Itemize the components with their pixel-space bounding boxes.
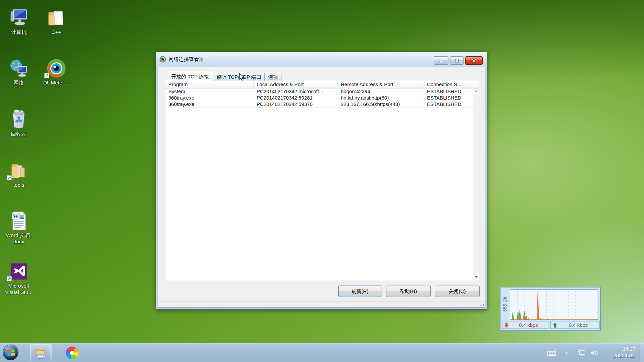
desktop: { "desktop": { "icons": [ { "name": "com…: [0, 0, 644, 362]
cell-remote: bogon:42394: [338, 88, 424, 95]
word-document-icon: W: [0, 208, 38, 231]
desktop-icon-tools[interactable]: ↗ tools: [0, 158, 38, 188]
cell-local: PC201402170342:59370: [254, 101, 338, 107]
windows-flag-icon: [6, 349, 15, 357]
icon-label: 网络: [14, 80, 24, 85]
icon-label: tools: [13, 182, 24, 188]
dumeter-eye-icon: ↗: [38, 56, 75, 78]
minimize-button[interactable]: [434, 56, 448, 65]
scroll-up-button[interactable]: [473, 88, 479, 94]
scale-label: 555.2K: [503, 296, 508, 312]
column-header-remote-address[interactable]: Remote Address & Port: [338, 81, 424, 88]
column-header-program[interactable]: Program: [165, 81, 254, 88]
icon-label: DUMeter....: [43, 80, 69, 85]
maximize-icon: [454, 58, 460, 63]
icon-label-line2: docx: [13, 239, 24, 244]
table-row[interactable]: System PC201402170342:microsoft... bogon…: [165, 88, 473, 95]
tab-listening-tcp-udp-ports[interactable]: 侦听 TCP/UDP 端口: [213, 73, 265, 81]
file-explorer-icon: [34, 347, 47, 359]
column-header-local-address[interactable]: Local Address & Port: [254, 81, 338, 88]
start-button[interactable]: [3, 345, 18, 360]
table-row[interactable]: 360tray.exe PC201402170342:59370 223.167…: [165, 101, 473, 108]
desktop-icon-network[interactable]: 网络: [0, 56, 38, 86]
desktop-icon-visual-studio[interactable]: ↗ Microsoft Visual Stu...: [0, 259, 38, 295]
folder-icon: ↗: [0, 158, 38, 180]
taskbar-clock[interactable]: 14:13 2020/6/11: [613, 346, 635, 359]
connections-list[interactable]: Program Local Address & Port Remote Addr…: [165, 81, 479, 280]
shortcut-arrow-icon: ↗: [7, 175, 12, 180]
tab-open-tcp-connections[interactable]: 开放的 TCP 连接: [167, 72, 213, 81]
folder-icon: [38, 5, 75, 27]
cell-state: ESTABLISHED: [424, 95, 467, 101]
window-client-area: 开放的 TCP 连接 侦听 TCP/UDP 端口 选项 Program Loca…: [158, 67, 485, 308]
upload-arrow-icon: [552, 322, 557, 328]
tab-options[interactable]: 选项: [265, 73, 281, 81]
network-icon: [0, 56, 38, 78]
network-tray-icon[interactable]: [576, 348, 586, 358]
column-header-filler: [467, 81, 479, 88]
chevron-up-icon: ▲: [565, 351, 569, 355]
icon-label-line1: Microsoft: [8, 283, 30, 289]
help-button[interactable]: 帮助(H): [386, 286, 431, 297]
upload-readout: 0.4 kbps: [550, 321, 600, 329]
desktop-icon-recycle-bin[interactable]: 回收站: [0, 107, 38, 137]
resize-grip[interactable]: [480, 302, 484, 306]
svg-text:W: W: [13, 213, 19, 220]
icon-label: C++: [51, 29, 61, 35]
desktop-icon-computer[interactable]: 计算机: [0, 5, 38, 35]
cell-state: ESTABLISHED: [424, 88, 467, 95]
taskbar: ▲ 14:13 2020/6/11: [0, 343, 644, 362]
clock-time: 14:13: [613, 346, 635, 352]
network-viewer-window[interactable]: 网络连接查看器 开放的 TCP 连接: [156, 52, 487, 310]
show-hidden-icons-button[interactable]: ▲: [561, 348, 572, 358]
scroll-down-button[interactable]: [473, 274, 479, 280]
list-header[interactable]: Program Local Address & Port Remote Addr…: [165, 81, 479, 88]
status-bar: [158, 301, 485, 307]
dumeter-graph: [510, 289, 598, 320]
window-titlebar[interactable]: 网络连接查看器: [156, 52, 487, 67]
download-arrow-icon: [504, 322, 509, 328]
cell-program: System: [165, 88, 254, 95]
cell-local: PC201402170342:microsoft...: [254, 88, 338, 95]
vertical-scrollbar[interactable]: [473, 88, 479, 280]
clock-date: 2020/6/11: [613, 352, 635, 359]
tab-strip: 开放的 TCP 连接 侦听 TCP/UDP 端口 选项: [167, 71, 281, 81]
cell-local: PC201402170342:59281: [254, 95, 338, 101]
close-dialog-button[interactable]: 关闭(C): [435, 286, 480, 297]
shortcut-arrow-icon: ↗: [7, 276, 12, 281]
icon-label: 回收站: [11, 131, 27, 137]
shortcut-arrow-icon: ↗: [44, 73, 49, 78]
triangle-up-icon: [475, 90, 478, 92]
app-eye-icon: [159, 56, 166, 63]
taskbar-explorer-button[interactable]: [30, 344, 51, 361]
computer-icon: [0, 5, 38, 27]
download-readout: 0.4 kbps: [502, 321, 548, 329]
upload-value: 0.4 kbps: [557, 322, 599, 328]
list-rows: System PC201402170342:microsoft... bogon…: [165, 88, 473, 108]
window-title: 网络连接查看器: [169, 56, 204, 63]
dumeter-widget[interactable]: 555.2K 0.4 kbps 0.4 kbps: [500, 287, 600, 330]
cell-program: 360tray.exe: [165, 95, 254, 101]
table-row[interactable]: 360tray.exe PC201402170342:59281 hn.kd.n…: [165, 95, 473, 101]
icon-label: 计算机: [11, 29, 27, 35]
triangle-down-icon: [475, 276, 478, 278]
visual-studio-icon: ↗: [0, 259, 38, 281]
maximize-button[interactable]: [450, 56, 464, 65]
icon-label-line1: Word 文档.: [6, 232, 32, 238]
column-header-connection-state[interactable]: Connection S...: [424, 81, 467, 88]
input-keyboard-icon[interactable]: [547, 348, 557, 358]
dumeter-scale: 555.2K: [501, 288, 509, 320]
traffic-sparkline: [510, 290, 598, 320]
taskbar-browser-icon[interactable]: [66, 347, 78, 359]
close-icon: [471, 58, 477, 63]
minimize-icon: [438, 58, 444, 63]
desktop-icon-cpp[interactable]: C++: [38, 5, 75, 35]
close-button[interactable]: [465, 56, 483, 65]
icon-label-line2: Visual Stu...: [5, 289, 33, 295]
cell-program: 360tray.exe: [165, 101, 254, 107]
desktop-icon-dumeter[interactable]: ↗ DUMeter....: [38, 56, 75, 86]
desktop-icon-word-doc[interactable]: W Word 文档. docx: [0, 208, 38, 245]
refresh-button[interactable]: 刷新(R): [338, 286, 381, 297]
volume-tray-icon[interactable]: [589, 348, 599, 358]
show-desktop-button[interactable]: [640, 343, 644, 362]
